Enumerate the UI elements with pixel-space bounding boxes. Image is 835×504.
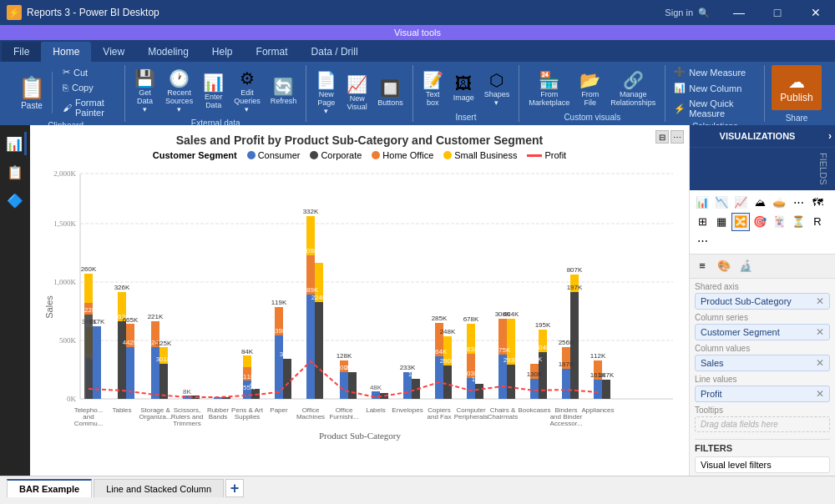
viz-matrix-icon[interactable]: ▦ [712,213,731,231]
svg-rect-93 [475,384,483,399]
new-page-button[interactable]: 📄 NewPage ▾ [311,67,341,118]
viz-area-chart-icon[interactable]: ⛰ [751,194,769,212]
tab-format[interactable]: Format [245,42,300,62]
chart-expand-button[interactable]: ⊟ [655,130,669,144]
analytics-icon[interactable]: 🔬 [736,257,755,275]
new-quick-measure-button[interactable]: ⚡New Quick Measure [671,97,759,120]
ribbon-content: 📋 Paste ✂Cut ⎘Copy 🖌Format Painter Clipb… [0,62,835,125]
tab-data-drill[interactable]: Data / Drill [300,42,370,62]
cut-button[interactable]: ✂Cut [59,65,119,79]
svg-text:187K: 187K [558,360,574,368]
add-sheet-button[interactable]: + [225,479,244,497]
chart-title: Sales and Profit by Product Sub-Category… [38,134,681,147]
new-measure-button[interactable]: ➕New Measure [671,65,759,79]
column-values-remove[interactable]: ✕ [816,357,824,369]
search-icon[interactable]: 🔍 [698,8,710,18]
column-values-section: Column values Sales ✕ [695,344,830,371]
close-button[interactable]: ✕ [797,0,835,25]
tab-view[interactable]: View [91,42,136,62]
line-values-remove[interactable]: ✕ [816,388,824,400]
viz-combo-icon[interactable]: 🔀 [731,213,750,231]
tab-home[interactable]: Home [41,42,91,62]
recent-sources-button[interactable]: 🕐 RecentSources ▾ [161,65,197,117]
svg-text:665K: 665K [122,316,138,324]
shared-axis-remove[interactable]: ✕ [816,295,824,307]
tab-help[interactable]: Help [200,42,245,62]
tab-modeling[interactable]: Modeling [136,42,200,62]
viz-pie-chart-icon[interactable]: 🥧 [770,194,788,212]
viz-r-icon[interactable]: R [808,213,827,231]
tab-file[interactable]: File [2,42,41,62]
sheet-tab-bar-example[interactable]: BAR Example [7,479,92,497]
paste-button[interactable]: 📋 Paste [12,72,53,113]
refresh-button[interactable]: 🔄 Refresh [266,73,301,108]
format-painter-button[interactable]: 🖌Format Painter [59,96,119,119]
shapes-button[interactable]: ⬡ Shapes ▾ [480,67,514,110]
svg-text:84K: 84K [240,348,253,355]
ribbon-group-pages: 📄 NewPage ▾ 📈 NewVisual 🔲 Buttons [306,65,413,122]
legend-home-office: Home Office [372,150,433,160]
viz-funnel-icon[interactable]: ⏳ [789,213,807,231]
minimize-button[interactable]: — [720,0,758,25]
signin-link[interactable]: Sign in [665,8,693,18]
buttons-button[interactable]: 🔲 Buttons [373,75,407,110]
fields-tab-button[interactable]: FIELDS [815,149,832,189]
column-series-field[interactable]: Customer Segment ✕ [695,324,830,340]
collapse-panel-button[interactable]: › [825,125,835,147]
viz-table-icon[interactable]: ⊞ [693,213,711,231]
line-values-field[interactable]: Profit ✕ [695,386,830,402]
viz-icon-grid: 📊 📉 📈 ⛰ 🥧 ⋯ 🗺 ⊞ ▦ 🔀 🎯 🃏 ⏳ R ⋯ [690,190,835,255]
svg-text:539K: 539K [271,327,286,335]
viz-line-chart-icon[interactable]: 📈 [731,194,750,212]
line-values-label: Line values [695,375,830,384]
viz-map-icon[interactable]: 🗺 [808,194,827,212]
chart-settings-button[interactable]: ⋯ [671,130,684,144]
svg-text:322K: 322K [80,306,96,314]
copy-button[interactable]: ⎘Copy [59,81,119,94]
svg-text:1,000K: 1,000K [53,278,76,286]
data-view-icon[interactable]: 📋 [3,160,27,184]
ribbon-group-share: ☁ Publish Share [765,65,828,122]
viz-gauge-icon[interactable]: 🎯 [751,213,769,231]
ribbon-tabs: File Home View Modeling Help Format Data… [0,40,835,62]
text-box-button[interactable]: 📝 Text box [418,67,448,110]
from-file-button[interactable]: 📂 FromFile [575,67,605,110]
svg-text:Labels: Labels [366,406,386,414]
viz-stacked-bar-icon[interactable]: 📊 [693,194,711,212]
new-visual-button[interactable]: 📈 NewVisual [342,71,372,114]
svg-text:364K: 364K [431,348,447,355]
get-data-button[interactable]: 💾 GetData ▾ [130,65,159,117]
viz-bar-chart-icon[interactable]: 📉 [712,194,731,212]
svg-text:Supplies: Supplies [234,413,260,421]
filters-section: FILTERS Visual level filters Customer Se… [695,439,830,476]
svg-text:Appliances: Appliances [581,406,614,414]
sheet-tab-line-stacked[interactable]: Line and Stacked Column [94,479,224,497]
image-button[interactable]: 🖼 Image [449,71,478,105]
svg-text:500K: 500K [59,336,77,345]
shared-axis-field[interactable]: Product Sub-Category ✕ [695,293,830,310]
visualizations-tab[interactable]: VISUALIZATIONS [690,126,825,146]
filter-visual-level[interactable]: Visual level filters [695,456,830,473]
viz-card-icon[interactable]: 🃏 [770,213,788,231]
tooltips-placeholder[interactable]: Drag data fields here [695,416,830,432]
new-column-button[interactable]: 📊New Column [671,81,759,95]
publish-button[interactable]: ☁ Publish [772,65,822,110]
manage-relationships-button[interactable]: 🔗 ManageRelationships [606,67,660,110]
viz-more-icon[interactable]: ⋯ [693,232,711,250]
maximize-button[interactable]: □ [758,0,797,25]
edit-queries-button[interactable]: ⚙ EditQueries ▾ [230,65,265,117]
fields-icon[interactable]: ≡ [693,257,711,275]
format-icon[interactable]: 🎨 [715,257,733,275]
svg-text:Envelopes: Envelopes [392,406,423,414]
column-series-remove[interactable]: ✕ [816,326,824,338]
from-marketplace-button[interactable]: 🏪 FromMarketplace [524,67,574,110]
enter-data-button[interactable]: 📊 EnterData [199,69,228,113]
legend-consumer: Consumer [247,150,301,160]
tooltips-section: Tooltips Drag data fields here [695,406,830,432]
viz-scatter-icon[interactable]: ⋯ [789,194,807,212]
svg-text:and Fax: and Fax [427,413,451,421]
model-view-icon[interactable]: 🔷 [3,189,27,212]
column-values-field[interactable]: Sales ✕ [695,355,830,371]
report-view-icon[interactable]: 📊 [3,132,27,155]
svg-text:Furnishi...: Furnishi... [329,413,358,421]
